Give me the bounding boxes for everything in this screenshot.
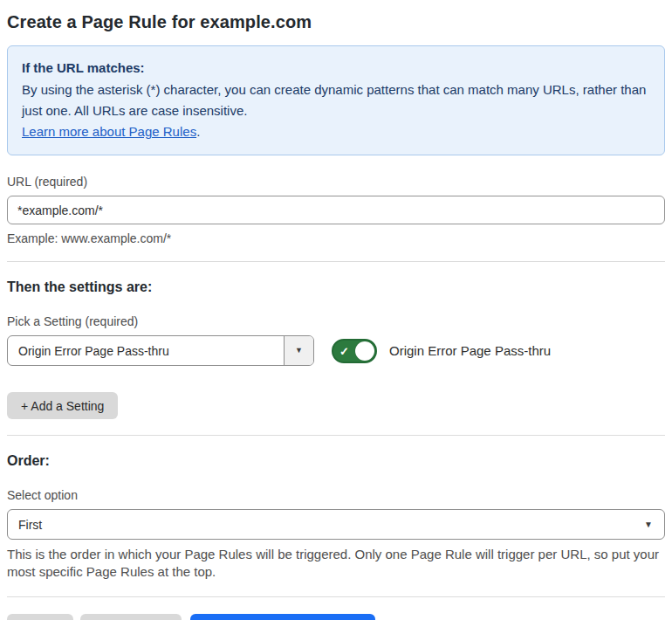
info-box-link-line: Learn more about Page Rules. — [22, 121, 650, 142]
info-box-heading: If the URL matches: — [22, 58, 650, 79]
toggle-knob — [355, 341, 374, 361]
footer-actions: Cancel Save as Draft Save and Deploy Pag… — [7, 614, 665, 620]
add-setting-button[interactable]: + Add a Setting — [7, 392, 118, 419]
setting-toggle[interactable]: ✓ — [332, 339, 377, 363]
link-suffix: . — [196, 124, 200, 139]
page-rule-form: Create a Page Rule for example.com If th… — [0, 0, 672, 620]
order-help-text: This is the order in which your Page Rul… — [7, 546, 665, 581]
settings-section-heading: Then the settings are: — [7, 279, 665, 295]
setting-toggle-label: Origin Error Page Pass-thru — [389, 343, 551, 358]
url-field-label: URL (required) — [7, 175, 665, 189]
url-match-info-box: If the URL matches: By using the asteris… — [7, 45, 665, 155]
setting-picker-row: Origin Error Page Pass-thru ▼ ✓ Origin E… — [7, 335, 665, 366]
learn-more-link[interactable]: Learn more about Page Rules — [22, 124, 196, 139]
url-input[interactable] — [7, 196, 665, 224]
setting-dropdown-button[interactable]: ▼ — [284, 336, 313, 365]
url-example-text: Example: www.example.com/* — [7, 231, 665, 245]
divider — [7, 596, 665, 597]
dropdown-arrow-icon: ▼ — [295, 347, 303, 355]
setting-dropdown[interactable]: Origin Error Page Pass-thru ▼ — [7, 335, 314, 366]
cancel-button[interactable]: Cancel — [7, 614, 73, 620]
setting-dropdown-value: Origin Error Page Pass-thru — [8, 336, 284, 365]
save-deploy-button[interactable]: Save and Deploy Page Rule — [190, 614, 375, 620]
order-select-value: First — [18, 518, 42, 532]
order-select-label: Select option — [7, 488, 665, 502]
info-box-body: By using the asterisk (*) character, you… — [22, 79, 650, 121]
check-icon: ✓ — [339, 345, 349, 356]
setting-picker-label: Pick a Setting (required) — [7, 314, 665, 328]
select-arrow-icon: ▼ — [644, 520, 653, 529]
divider — [7, 261, 665, 262]
page-title: Create a Page Rule for example.com — [7, 12, 665, 32]
order-section-heading: Order: — [7, 453, 665, 469]
save-as-draft-button[interactable]: Save as Draft — [80, 614, 182, 620]
setting-toggle-group: ✓ Origin Error Page Pass-thru — [332, 339, 551, 363]
divider — [7, 435, 665, 436]
order-select[interactable]: First ▼ — [7, 509, 665, 540]
